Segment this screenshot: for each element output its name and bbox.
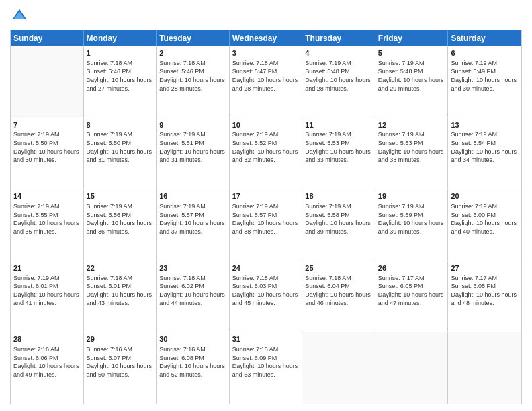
day-number: 16: [159, 191, 226, 201]
calendar-row-3: 21Sunrise: 7:19 AMSunset: 6:01 PMDayligh…: [11, 261, 521, 333]
cell-info: Sunrise: 7:19 AMSunset: 5:51 PMDaylight:…: [159, 130, 226, 164]
calendar-cell: 21Sunrise: 7:19 AMSunset: 6:01 PMDayligh…: [11, 261, 84, 332]
day-number: 31: [232, 334, 300, 345]
day-number: 13: [451, 120, 519, 130]
day-number: 19: [378, 191, 445, 201]
day-number: 9: [159, 120, 226, 130]
header-day-friday: Friday: [375, 30, 449, 46]
cell-info: Sunrise: 7:17 AMSunset: 6:05 PMDaylight:…: [378, 274, 445, 308]
cell-info: Sunrise: 7:19 AMSunset: 5:48 PMDaylight:…: [378, 59, 445, 93]
cell-info: Sunrise: 7:19 AMSunset: 5:59 PMDaylight:…: [378, 202, 445, 236]
header-day-wednesday: Wednesday: [230, 30, 303, 46]
calendar-cell: 27Sunrise: 7:17 AMSunset: 6:05 PMDayligh…: [448, 261, 521, 332]
cell-info: Sunrise: 7:18 AMSunset: 5:46 PMDaylight:…: [87, 59, 154, 93]
calendar-cell: 30Sunrise: 7:16 AMSunset: 6:08 PMDayligh…: [157, 332, 230, 404]
calendar-row-1: 7Sunrise: 7:19 AMSunset: 5:50 PMDaylight…: [11, 118, 521, 190]
header-day-monday: Monday: [84, 30, 157, 46]
calendar-row-0: 1Sunrise: 7:18 AMSunset: 5:46 PMDaylight…: [11, 46, 521, 118]
cell-info: Sunrise: 7:18 AMSunset: 6:01 PMDaylight:…: [87, 274, 154, 308]
cell-info: Sunrise: 7:16 AMSunset: 6:08 PMDaylight:…: [159, 345, 226, 379]
calendar-cell: 5Sunrise: 7:19 AMSunset: 5:48 PMDaylight…: [375, 46, 449, 118]
cell-info: Sunrise: 7:19 AMSunset: 5:53 PMDaylight:…: [305, 130, 372, 164]
cell-info: Sunrise: 7:19 AMSunset: 5:56 PMDaylight:…: [87, 202, 154, 236]
day-number: 29: [87, 334, 154, 345]
cell-info: Sunrise: 7:19 AMSunset: 5:49 PMDaylight:…: [451, 59, 519, 93]
calendar-cell: [11, 46, 84, 118]
calendar-row-4: 28Sunrise: 7:16 AMSunset: 6:06 PMDayligh…: [11, 332, 521, 404]
calendar-row-2: 14Sunrise: 7:19 AMSunset: 5:55 PMDayligh…: [11, 189, 521, 261]
calendar-cell: [448, 332, 521, 404]
calendar-cell: 3Sunrise: 7:18 AMSunset: 5:47 PMDaylight…: [230, 46, 303, 118]
header-day-saturday: Saturday: [448, 30, 521, 46]
day-number: 24: [232, 263, 300, 273]
calendar-cell: 28Sunrise: 7:16 AMSunset: 6:06 PMDayligh…: [11, 332, 84, 404]
day-number: 8: [87, 120, 154, 130]
calendar-cell: 26Sunrise: 7:17 AMSunset: 6:05 PMDayligh…: [375, 261, 449, 332]
cell-info: Sunrise: 7:16 AMSunset: 6:07 PMDaylight:…: [87, 345, 154, 379]
calendar-cell: 6Sunrise: 7:19 AMSunset: 5:49 PMDaylight…: [448, 46, 521, 118]
day-number: 3: [232, 48, 300, 58]
cell-info: Sunrise: 7:18 AMSunset: 5:47 PMDaylight:…: [232, 59, 300, 93]
calendar-cell: 24Sunrise: 7:18 AMSunset: 6:03 PMDayligh…: [230, 261, 303, 332]
day-number: 7: [13, 120, 81, 130]
calendar-cell: 9Sunrise: 7:19 AMSunset: 5:51 PMDaylight…: [157, 118, 230, 189]
logo-icon: [10, 7, 29, 26]
cell-info: Sunrise: 7:19 AMSunset: 6:00 PMDaylight:…: [451, 202, 519, 236]
day-number: 6: [451, 48, 519, 58]
calendar-cell: 7Sunrise: 7:19 AMSunset: 5:50 PMDaylight…: [11, 118, 84, 189]
day-number: 22: [87, 263, 154, 273]
header-day-thursday: Thursday: [302, 30, 375, 46]
calendar-cell: 20Sunrise: 7:19 AMSunset: 6:00 PMDayligh…: [448, 189, 521, 261]
day-number: 18: [305, 191, 372, 201]
cell-info: Sunrise: 7:16 AMSunset: 6:06 PMDaylight:…: [13, 345, 81, 379]
day-number: 15: [87, 191, 154, 201]
calendar-cell: 1Sunrise: 7:18 AMSunset: 5:46 PMDaylight…: [84, 46, 157, 118]
calendar-cell: 14Sunrise: 7:19 AMSunset: 5:55 PMDayligh…: [11, 189, 84, 261]
page: SundayMondayTuesdayWednesdayThursdayFrid…: [0, 0, 532, 411]
cell-info: Sunrise: 7:18 AMSunset: 5:46 PMDaylight:…: [159, 59, 226, 93]
cell-info: Sunrise: 7:17 AMSunset: 6:05 PMDaylight:…: [451, 274, 519, 308]
cell-info: Sunrise: 7:19 AMSunset: 5:50 PMDaylight:…: [13, 130, 81, 164]
day-number: 30: [159, 334, 226, 345]
cell-info: Sunrise: 7:19 AMSunset: 5:54 PMDaylight:…: [451, 130, 519, 164]
calendar-cell: 13Sunrise: 7:19 AMSunset: 5:54 PMDayligh…: [448, 118, 521, 189]
calendar-header: SundayMondayTuesdayWednesdayThursdayFrid…: [11, 30, 521, 46]
day-number: 20: [451, 191, 519, 201]
cell-info: Sunrise: 7:19 AMSunset: 5:53 PMDaylight:…: [378, 130, 445, 164]
calendar-cell: 18Sunrise: 7:19 AMSunset: 5:58 PMDayligh…: [302, 189, 375, 261]
day-number: 17: [232, 191, 300, 201]
calendar-cell: 10Sunrise: 7:19 AMSunset: 5:52 PMDayligh…: [230, 118, 303, 189]
calendar-cell: 31Sunrise: 7:15 AMSunset: 6:09 PMDayligh…: [230, 332, 303, 404]
cell-info: Sunrise: 7:19 AMSunset: 5:52 PMDaylight:…: [232, 130, 300, 164]
cell-info: Sunrise: 7:19 AMSunset: 5:57 PMDaylight:…: [159, 202, 226, 236]
day-number: 5: [378, 48, 445, 58]
day-number: 21: [13, 263, 81, 273]
header: [10, 7, 522, 26]
day-number: 1: [87, 48, 154, 58]
calendar-cell: 17Sunrise: 7:19 AMSunset: 5:57 PMDayligh…: [230, 189, 303, 261]
calendar-cell: 12Sunrise: 7:19 AMSunset: 5:53 PMDayligh…: [375, 118, 449, 189]
logo: [10, 7, 32, 26]
day-number: 26: [378, 263, 445, 273]
day-number: 27: [451, 263, 519, 273]
cell-info: Sunrise: 7:18 AMSunset: 6:03 PMDaylight:…: [232, 274, 300, 308]
calendar-cell: 15Sunrise: 7:19 AMSunset: 5:56 PMDayligh…: [84, 189, 157, 261]
cell-info: Sunrise: 7:19 AMSunset: 5:50 PMDaylight:…: [87, 130, 154, 164]
calendar-cell: 4Sunrise: 7:19 AMSunset: 5:48 PMDaylight…: [302, 46, 375, 118]
cell-info: Sunrise: 7:18 AMSunset: 6:04 PMDaylight:…: [305, 274, 372, 308]
day-number: 25: [305, 263, 372, 273]
day-number: 11: [305, 120, 372, 130]
cell-info: Sunrise: 7:19 AMSunset: 5:58 PMDaylight:…: [305, 202, 372, 236]
cell-info: Sunrise: 7:19 AMSunset: 5:55 PMDaylight:…: [13, 202, 81, 236]
calendar-cell: 2Sunrise: 7:18 AMSunset: 5:46 PMDaylight…: [157, 46, 230, 118]
header-day-sunday: Sunday: [11, 30, 84, 46]
day-number: 14: [13, 191, 81, 201]
day-number: 4: [305, 48, 372, 58]
day-number: 12: [378, 120, 445, 130]
calendar-cell: 16Sunrise: 7:19 AMSunset: 5:57 PMDayligh…: [157, 189, 230, 261]
cell-info: Sunrise: 7:15 AMSunset: 6:09 PMDaylight:…: [232, 345, 300, 379]
day-number: 23: [159, 263, 226, 273]
calendar-cell: 22Sunrise: 7:18 AMSunset: 6:01 PMDayligh…: [84, 261, 157, 332]
calendar: SundayMondayTuesdayWednesdayThursdayFrid…: [10, 30, 522, 404]
cell-info: Sunrise: 7:19 AMSunset: 6:01 PMDaylight:…: [13, 274, 81, 308]
